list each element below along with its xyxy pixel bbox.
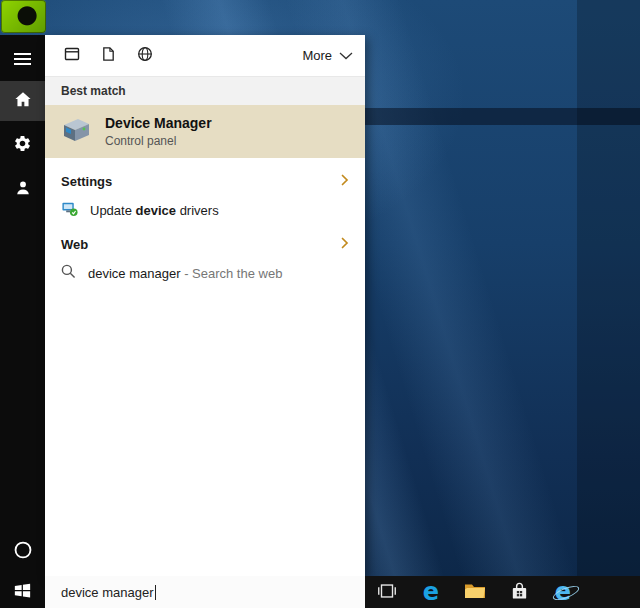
settings-section-header[interactable]: Settings [45,168,365,194]
settings-button[interactable] [0,125,45,165]
desktop-shortcut-icon[interactable] [1,0,46,33]
cortana-button[interactable] [0,531,45,571]
menu-icon [14,50,31,68]
best-match-section-header: Best match [45,77,365,105]
feedback-icon [14,179,32,200]
settings-result-update-drivers[interactable]: Update device drivers [45,194,365,226]
update-suffix: drivers [176,203,219,218]
more-label: More [302,48,332,63]
gear-icon [13,134,32,156]
feedback-button[interactable] [0,169,45,209]
device-manager-icon [60,116,92,148]
web-suggestion-text: device manager - Search the web [88,266,282,281]
windows-logo-icon [14,582,31,602]
screen: More Best match Device Manager [0,0,640,608]
best-match-result[interactable]: Device Manager Control panel [45,105,365,158]
web-suffix: - Search the web [184,266,282,281]
update-prefix: Update [90,203,136,218]
web-section-header[interactable]: Web [45,231,365,257]
globe-filter-icon [137,46,153,65]
wallpaper-right-shade [577,0,640,576]
menu-button[interactable] [0,39,45,79]
more-button[interactable]: More [302,48,353,63]
driver-update-icon [61,200,78,220]
best-match-header-label: Best match [61,84,126,98]
search-input-text: device manager [61,585,154,600]
search-sidebar [0,35,45,608]
start-button[interactable] [0,576,45,608]
filter-documents-button[interactable] [101,46,116,65]
best-match-title: Device Manager [105,115,212,131]
ie-letter: e [555,580,571,604]
web-search-suggestion[interactable]: device manager - Search the web [45,257,365,289]
ie-button[interactable]: e [541,576,585,608]
folder-icon [463,581,487,604]
file-explorer-button[interactable] [453,576,497,608]
cortana-circle-icon [13,540,33,563]
best-match-text: Device Manager Control panel [105,115,212,148]
home-icon [14,91,32,111]
chevron-down-icon [339,48,353,63]
search-input[interactable]: device manager [45,576,365,608]
web-header-label: Web [61,237,88,252]
edge-button[interactable]: e [409,576,453,608]
home-button[interactable] [0,81,45,121]
apps-filter-icon [64,46,80,65]
store-button[interactable] [497,576,541,608]
task-view-icon [376,580,398,605]
update-bold-term: device [136,203,176,218]
web-query: device manager [88,266,184,281]
settings-result-text: Update device drivers [90,203,219,218]
ie-icon: e [555,580,571,604]
chevron-right-icon [341,172,349,190]
best-match-subtitle: Control panel [105,134,212,148]
store-icon [509,580,530,604]
task-view-button[interactable] [365,576,409,608]
settings-header-label: Settings [61,174,112,189]
document-filter-icon [101,46,116,65]
edge-icon: e [423,580,439,604]
chevron-right-icon [341,235,349,253]
filter-apps-button[interactable] [64,46,80,65]
text-caret [155,585,156,600]
taskbar: e e [365,576,640,608]
filter-bar: More [45,35,365,77]
search-icon [61,264,76,282]
filter-web-button[interactable] [137,46,153,65]
search-results-panel: More Best match Device Manager [45,35,365,576]
